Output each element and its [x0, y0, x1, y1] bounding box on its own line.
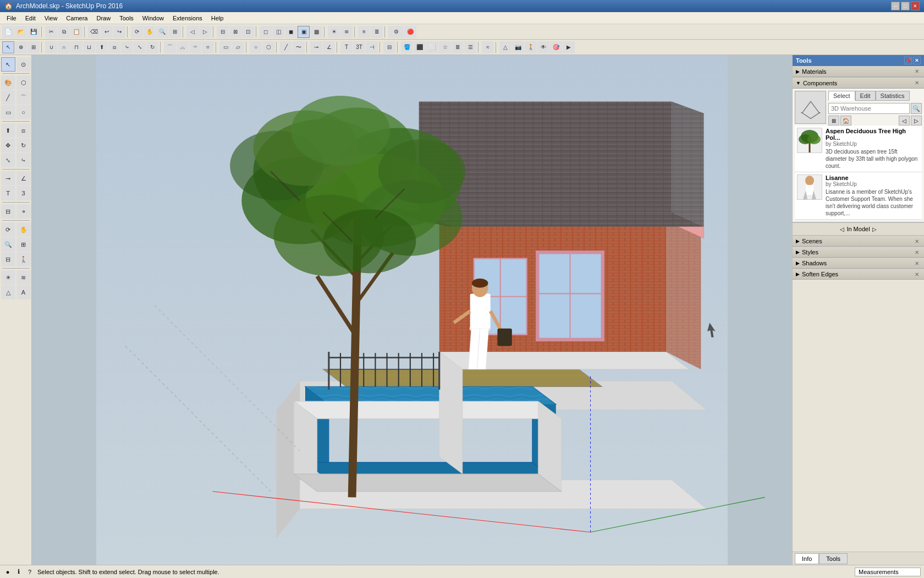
styles-close[interactable]: ✕ [913, 248, 921, 256]
layers-panel-button[interactable]: ≣ [452, 41, 464, 53]
axes-lt-button[interactable]: ⌖ [16, 204, 31, 219]
follow-me-button[interactable]: ⤷ [121, 41, 133, 53]
preview-button[interactable]: ▶ [563, 41, 575, 53]
grid-view-button[interactable]: ⊞ [828, 116, 839, 126]
tab-select[interactable]: Select [828, 91, 855, 101]
close-button[interactable]: ✕ [911, 2, 920, 10]
viewport[interactable] [32, 55, 792, 565]
select-lt-button[interactable]: ↖ [1, 57, 15, 72]
zoom-extents-button[interactable]: ⊞ [169, 26, 181, 38]
shadow-lt-button[interactable]: ☀ [1, 270, 15, 285]
pushpull-lt-button[interactable]: ⬆ [1, 123, 15, 138]
minimize-button[interactable]: ─ [891, 2, 900, 10]
search-button[interactable]: 🔍 [911, 103, 922, 114]
orbit-button[interactable]: ⟳ [131, 26, 143, 38]
comp-item-lisanne[interactable]: Lisanne by SketchUp Lisanne is a member … [795, 172, 922, 220]
paint-bucket-button[interactable]: 🪣 [401, 41, 413, 53]
cut-button[interactable]: ✂ [45, 26, 57, 38]
shadows-header[interactable]: ▶ Shadows ✕ [793, 258, 924, 269]
offset-lt-button[interactable]: ⧈ [16, 123, 31, 138]
tape-button[interactable]: ⊸ [310, 41, 322, 53]
menu-camera[interactable]: Camera [62, 14, 92, 23]
menu-tools[interactable]: Tools [115, 14, 138, 23]
solid-intersect-button[interactable]: ⊓ [70, 41, 82, 53]
paste-button[interactable]: 📋 [70, 26, 82, 38]
tab-edit[interactable]: Edit [855, 91, 876, 101]
components-panel-button[interactable]: ⬜ [426, 41, 438, 53]
advcam-lt-button[interactable]: A [16, 285, 31, 299]
3dtext-lt-button[interactable]: 3 [16, 186, 31, 200]
styles-header[interactable]: ▶ Styles ✕ [793, 247, 924, 258]
monochrome-button[interactable]: ▩ [310, 26, 322, 38]
comp-item-tree[interactable]: Aspen Deciduous Tree High Pol... by Sket… [795, 126, 922, 172]
status-icon-question[interactable]: ? [25, 568, 34, 576]
save-button[interactable]: 💾 [28, 26, 40, 38]
solid-trim-button[interactable]: ⊔ [83, 41, 95, 53]
textured-button[interactable]: ▣ [298, 26, 310, 38]
arc-button[interactable]: ⌒ [164, 41, 176, 53]
rectangle-button[interactable]: ▭ [219, 41, 232, 53]
3pt-arc-button[interactable]: ⌔ [189, 41, 201, 53]
circle-button[interactable]: ○ [250, 41, 262, 53]
wireframe-button[interactable]: ◻ [260, 26, 272, 38]
zoom-lt-button[interactable]: 🔍 [1, 237, 15, 252]
sandbox-button[interactable]: △ [499, 41, 512, 53]
tools-tab[interactable]: Tools [819, 553, 848, 564]
soften-edges-button[interactable]: ≈ [482, 41, 494, 53]
ext-icon2[interactable]: 🔴 [404, 26, 416, 38]
fog-lt-button[interactable]: ≋ [16, 270, 31, 285]
styles-panel-button[interactable]: ☆ [439, 41, 451, 53]
pie-button[interactable]: ⌗ [202, 41, 214, 53]
depth-cue-button[interactable]: ≣ [371, 26, 383, 38]
protractor-button[interactable]: ∠ [323, 41, 335, 53]
rotate-lt-button[interactable]: ↻ [16, 138, 31, 152]
panel-close-button[interactable]: ✕ [913, 57, 921, 64]
materials-header[interactable]: ▶ Materials ✕ [793, 66, 924, 77]
redo-button[interactable]: ↪ [113, 26, 125, 38]
materials-close[interactable]: ✕ [913, 68, 921, 75]
text-button[interactable]: T [340, 41, 353, 53]
maximize-button[interactable]: □ [901, 2, 910, 10]
offset-button[interactable]: ⧈ [108, 41, 120, 53]
rotate-button[interactable]: ↻ [146, 41, 158, 53]
zoom-button[interactable]: 🔍 [156, 26, 168, 38]
next-camera-button[interactable]: ▷ [199, 26, 211, 38]
advanced-cam-button[interactable]: 📷 [512, 41, 524, 53]
prev-camera-button[interactable]: ◁ [186, 26, 199, 38]
tab-statistics[interactable]: Statistics [876, 91, 910, 101]
line-lt-button[interactable]: ╱ [1, 90, 15, 105]
walk-tool-button[interactable]: 🚶 [525, 41, 537, 53]
orbit-lt-button[interactable]: ⟳ [1, 222, 15, 237]
scenes-header[interactable]: ▶ Scenes ✕ [793, 236, 924, 247]
push-pull-button[interactable]: ⬆ [96, 41, 108, 53]
section-button[interactable]: ⊟ [383, 41, 395, 53]
shaded-button[interactable]: ◼ [285, 26, 297, 38]
status-icon-info[interactable]: ℹ [14, 568, 23, 576]
scale-button[interactable]: ⤡ [134, 41, 146, 53]
arc-lt-button[interactable]: ⌒ [16, 90, 31, 105]
section-lt-button[interactable]: ⊟ [1, 204, 15, 219]
2pt-arc-button[interactable]: ⌓ [177, 41, 189, 53]
new-button[interactable]: 📄 [2, 26, 14, 38]
scenes-close[interactable]: ✕ [913, 237, 921, 245]
fog-button[interactable]: ≋ [340, 26, 353, 38]
forward-button[interactable]: ▷ [911, 116, 922, 126]
select-tool-button[interactable]: ↖ [2, 41, 14, 53]
ext-icon1[interactable]: ⚙ [388, 26, 404, 38]
zoomextents-lt-button[interactable]: ⊟ [1, 252, 15, 266]
rect-lt-button[interactable]: ▭ [1, 105, 15, 119]
circle-lt-button[interactable]: ○ [16, 105, 31, 119]
shadows-close[interactable]: ✕ [913, 259, 921, 267]
pan-button[interactable]: ✋ [144, 26, 156, 38]
sandbox-lt-button[interactable]: △ [1, 285, 15, 299]
profiles-button[interactable]: ≡ [358, 26, 370, 38]
menu-window[interactable]: Window [138, 14, 168, 23]
solid-union-button[interactable]: ∪ [45, 41, 57, 53]
materials-panel-button[interactable]: ⬛ [414, 41, 426, 53]
protractor-lt-button[interactable]: ∠ [16, 171, 31, 186]
move-lt-button[interactable]: ✥ [1, 138, 15, 152]
zoomwindow-lt-button[interactable]: ⊞ [16, 237, 31, 252]
dimension-button[interactable]: ⊣ [366, 41, 378, 53]
section-cut-button[interactable]: ⊠ [229, 26, 241, 38]
text-lt-button[interactable]: T [1, 186, 15, 200]
